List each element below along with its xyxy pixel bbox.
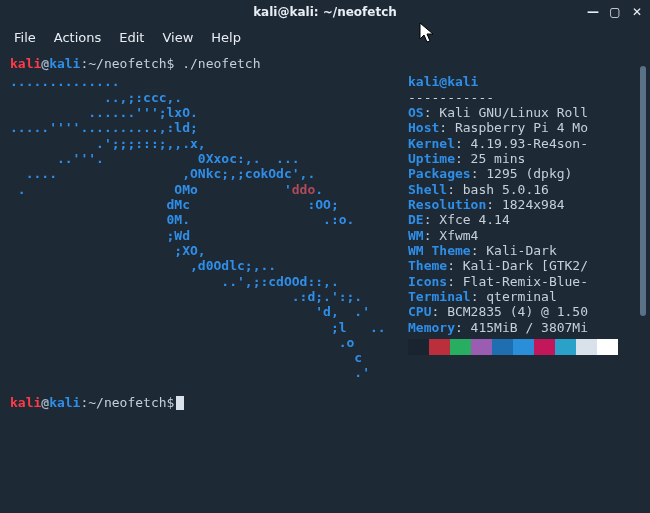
close-button[interactable]: ✕ — [630, 5, 644, 19]
kernel-value: : 4.19.93-Re4son- — [455, 136, 588, 151]
de-value: : Xfce 4.14 — [424, 212, 510, 227]
terminal-key: Terminal — [408, 289, 471, 304]
minimize-button[interactable]: — — [586, 5, 600, 19]
memory-value: : 415MiB / 3807Mi — [455, 320, 588, 335]
de-key: DE — [408, 212, 424, 227]
packages-key: Packages — [408, 166, 471, 181]
window-title: kali@kali: ~/neofetch — [253, 5, 397, 19]
menu-edit[interactable]: Edit — [119, 30, 144, 45]
maximize-button[interactable]: ▢ — [608, 5, 622, 19]
memory-key: Memory — [408, 320, 455, 335]
color-swatch — [429, 339, 450, 355]
icons-key: Icons — [408, 274, 447, 289]
wm-value: : Xfwm4 — [424, 228, 479, 243]
wmtheme-key: WM Theme — [408, 243, 471, 258]
cpu-key: CPU — [408, 304, 431, 319]
color-swatch — [576, 339, 597, 355]
wm-key: WM — [408, 228, 424, 243]
window-controls: — ▢ ✕ — [586, 0, 644, 24]
shell-value: : bash 5.0.16 — [447, 182, 549, 197]
color-swatch — [513, 339, 534, 355]
color-swatch — [492, 339, 513, 355]
info-separator: ----------- — [408, 90, 494, 105]
color-swatch — [408, 339, 429, 355]
resolution-value: : 1824x984 — [486, 197, 564, 212]
neofetch-output: .............. ..,;:ccc,. ......''';lxO.… — [10, 74, 640, 381]
prompt-line-1: kali@kali:~/neofetch$ ./neofetch — [10, 56, 640, 72]
prompt-dollar: $ — [167, 56, 175, 71]
resolution-key: Resolution — [408, 197, 486, 212]
os-key: OS — [408, 105, 424, 120]
kernel-key: Kernel — [408, 136, 455, 151]
terminal[interactable]: kali@kali:~/neofetch$ ./neofetch .......… — [0, 50, 650, 513]
menu-actions[interactable]: Actions — [54, 30, 102, 45]
scrollbar[interactable] — [640, 66, 646, 316]
terminal-cursor — [176, 396, 184, 410]
color-swatches — [408, 339, 618, 355]
uptime-value: : 25 mins — [455, 151, 525, 166]
terminal-value: : qterminal — [471, 289, 557, 304]
wmtheme-value: : Kali-Dark — [471, 243, 557, 258]
menu-help[interactable]: Help — [211, 30, 241, 45]
menubar: File Actions Edit View Help — [0, 24, 650, 50]
uptime-key: Uptime — [408, 151, 455, 166]
color-swatch — [597, 339, 618, 355]
system-info: kali@kali ----------- OS: Kali GNU/Linux… — [408, 74, 618, 381]
cpu-value: : BCM2835 (4) @ 1.50 — [431, 304, 588, 319]
ascii-logo: .............. ..,;:ccc,. ......''';lxO.… — [10, 74, 408, 381]
titlebar: kali@kali: ~/neofetch — ▢ ✕ — [0, 0, 650, 24]
theme-value: : Kali-Dark [GTK2/ — [447, 258, 588, 273]
prompt-user: kali — [10, 56, 41, 71]
prompt-path: ~/neofetch — [88, 56, 166, 71]
prompt-command: ./neofetch — [182, 56, 260, 71]
menu-view[interactable]: View — [162, 30, 193, 45]
color-swatch — [471, 339, 492, 355]
color-swatch — [534, 339, 555, 355]
prompt-host: kali — [49, 56, 80, 71]
color-swatch — [555, 339, 576, 355]
color-swatch — [450, 339, 471, 355]
icons-value: : Flat-Remix-Blue- — [447, 274, 588, 289]
prompt-at: @ — [41, 56, 49, 71]
prompt-line-2: kali@kali:~/neofetch$ — [10, 395, 640, 411]
menu-file[interactable]: File — [14, 30, 36, 45]
host-key: Host — [408, 120, 439, 135]
os-value: : Kali GNU/Linux Roll — [424, 105, 588, 120]
packages-value: : 1295 (dpkg) — [471, 166, 573, 181]
shell-key: Shell — [408, 182, 447, 197]
info-userhost: kali@kali — [408, 74, 478, 89]
host-value: : Raspberry Pi 4 Mo — [439, 120, 588, 135]
theme-key: Theme — [408, 258, 447, 273]
